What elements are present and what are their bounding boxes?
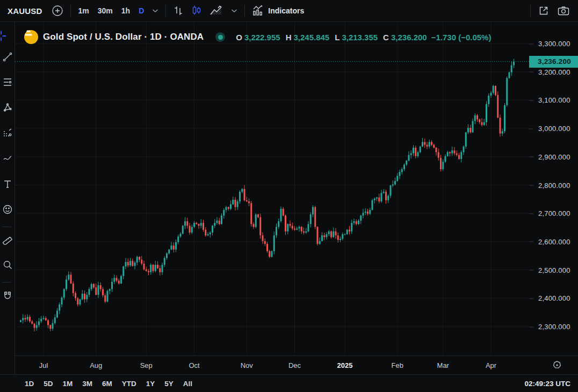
range-3m-button[interactable]: 3M — [77, 380, 97, 388]
interval-1m-button[interactable]: 1m — [74, 2, 93, 19]
price-axis-label: 3,300.000 — [529, 40, 578, 48]
indicators-label: Indicators — [268, 6, 304, 15]
area-chart-icon — [209, 5, 223, 17]
candlestick-chart — [15, 22, 529, 355]
open-in-new-window-button[interactable] — [534, 2, 553, 19]
magnet-tool-button[interactable] — [2, 289, 13, 301]
low-value: 3,213.355 — [342, 33, 378, 42]
price-axis-label: 2,700.000 — [529, 209, 578, 217]
plus-circle-icon — [52, 5, 63, 17]
candlestick-icon — [191, 4, 202, 17]
bar-style-candles-button[interactable] — [187, 2, 206, 19]
sidebar-divider — [3, 227, 12, 227]
clock-utc[interactable]: 02:49:23 UTC — [524, 380, 570, 388]
time-axis-label: Feb — [392, 361, 403, 369]
chevron-down-icon — [231, 9, 237, 13]
interval-30m-button[interactable]: 30m — [93, 2, 117, 19]
range-1d-button[interactable]: 1D — [25, 380, 39, 388]
text-tool-button[interactable] — [2, 178, 13, 190]
range-1y-button[interactable]: 1Y — [141, 380, 160, 388]
trend-line-tool-button[interactable] — [2, 51, 13, 63]
bar-style-menu-button[interactable] — [227, 2, 241, 19]
toolbar-divider — [530, 5, 531, 17]
gold-coin-icon — [24, 30, 38, 44]
toolbar-divider — [244, 5, 245, 17]
high-value: 3,245.845 — [293, 33, 329, 42]
chart-pane-row: Gold Spot / U.S. Dollar · 1D · OANDA O3,… — [15, 22, 578, 355]
interval-menu-button[interactable] — [148, 2, 162, 19]
chart-canvas[interactable]: Gold Spot / U.S. Dollar · 1D · OANDA O3,… — [15, 22, 529, 355]
price-axis-label: 3,200.000 — [529, 68, 578, 76]
price-axis-label: 2,600.000 — [529, 237, 578, 245]
time-axis-label: Dec — [288, 361, 301, 369]
time-axis-label: Sep — [140, 361, 153, 369]
chart-region: Gold Spot / U.S. Dollar · 1D · OANDA O3,… — [15, 22, 578, 374]
price-axis-label: 2,300.000 — [529, 323, 578, 331]
interval-1h-button[interactable]: 1h — [117, 2, 134, 19]
price-axis[interactable]: 3,236.200 3,300.0003,200.0003,100.0003,0… — [529, 22, 578, 355]
ohlc-bars-icon — [173, 5, 184, 17]
forecast-tool-button[interactable] — [2, 127, 13, 139]
chevron-down-icon — [152, 9, 158, 13]
indicators-icon — [252, 5, 265, 17]
range-5d-button[interactable]: 5D — [39, 380, 57, 388]
toolbar-divider — [70, 5, 71, 17]
time-axis-label: Oct — [189, 361, 199, 369]
change-value: −1.730 (−0.05%) — [431, 33, 492, 42]
fib-retracement-tool-button[interactable] — [2, 76, 13, 88]
price-axis-label: 3,100.000 — [529, 96, 578, 104]
snapshot-button[interactable] — [553, 2, 574, 19]
open-label: O — [236, 33, 242, 42]
time-axis-label: Jul — [39, 361, 48, 369]
chart-legend: Gold Spot / U.S. Dollar · 1D · OANDA O3,… — [24, 30, 491, 45]
price-axis-label: 3,000.000 — [529, 125, 578, 133]
time-axis-label: Nov — [241, 361, 253, 369]
last-price-tag: 3,236.200 — [529, 56, 578, 68]
range-all-button[interactable]: All — [178, 380, 197, 388]
camera-icon — [557, 5, 570, 17]
bar-style-area-button[interactable] — [206, 2, 227, 19]
drawing-tools-sidebar — [0, 22, 15, 374]
interval-1d-button[interactable]: D — [134, 2, 148, 19]
market-status-icon[interactable] — [215, 32, 225, 42]
sidebar-divider — [3, 282, 12, 282]
open-value: 3,222.955 — [244, 33, 280, 42]
time-axis[interactable]: JulAugSepOctNovDec2025FebMarApr — [15, 355, 578, 374]
pattern-tool-button[interactable] — [2, 101, 13, 113]
range-ytd-button[interactable]: YTD — [117, 380, 141, 388]
bottom-toolbar: 1D 5D 1M 3M 6M YTD 1Y 5Y All 02:49:23 UT… — [0, 374, 578, 392]
measure-tool-button[interactable] — [2, 234, 13, 245]
range-6m-button[interactable]: 6M — [97, 380, 117, 388]
indicators-button[interactable]: Indicators — [248, 2, 308, 19]
legend-title[interactable]: Gold Spot / U.S. Dollar · 1D · OANDA — [43, 32, 204, 42]
zoom-tool-button[interactable] — [2, 259, 13, 271]
time-axis-label: Mar — [437, 361, 449, 369]
axis-settings-icon[interactable] — [552, 360, 562, 370]
price-axis-label: 2,900.000 — [529, 153, 578, 161]
range-5y-button[interactable]: 5Y — [160, 380, 178, 388]
toolbar-divider — [165, 5, 166, 17]
crosshair-tool-button[interactable] — [0, 30, 7, 42]
emoji-tool-button[interactable] — [2, 204, 13, 215]
external-link-icon — [538, 5, 550, 17]
time-axis-label: Aug — [90, 361, 102, 369]
price-axis-label: 2,800.000 — [529, 181, 578, 189]
range-1m-button[interactable]: 1M — [58, 380, 78, 388]
price-axis-label: 2,500.000 — [529, 266, 578, 274]
time-axis-label: 2025 — [337, 361, 353, 369]
ohlc-values: O3,222.955 H3,245.845 L3,213.355 C3,236.… — [233, 33, 491, 42]
trading-chart-app: XAUUSD 1m 30m 1h D — [0, 0, 578, 392]
price-axis-label: 2,400.000 — [529, 294, 578, 302]
top-toolbar: XAUUSD 1m 30m 1h D — [0, 0, 578, 22]
time-axis-label: Apr — [486, 361, 496, 369]
compare-add-button[interactable] — [48, 2, 67, 19]
high-label: H — [286, 33, 292, 42]
close-value: 3,236.200 — [391, 33, 427, 42]
symbol-search-button[interactable]: XAUUSD — [4, 6, 48, 16]
close-label: C — [383, 33, 389, 42]
bar-style-bars-button[interactable] — [169, 2, 187, 19]
chart-workspace: Gold Spot / U.S. Dollar · 1D · OANDA O3,… — [0, 22, 578, 374]
low-label: L — [335, 33, 339, 42]
brush-tool-button[interactable] — [2, 153, 13, 164]
